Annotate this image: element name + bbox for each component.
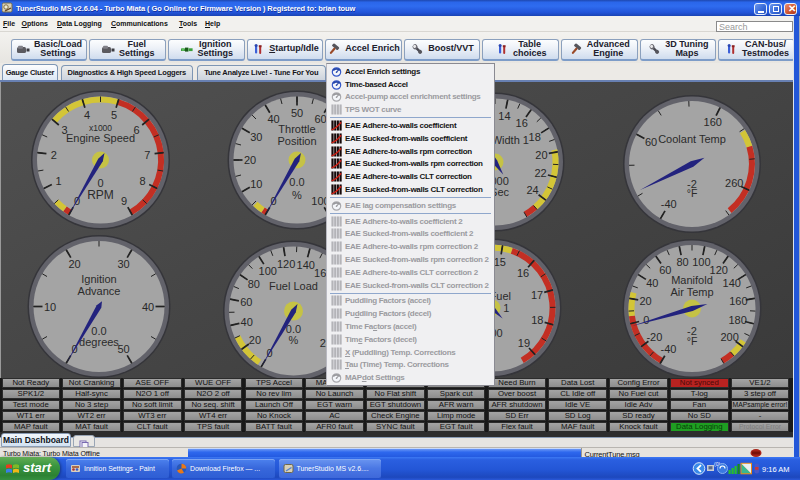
svg-text:60: 60 bbox=[645, 136, 657, 148]
svg-text:20: 20 bbox=[68, 258, 80, 270]
svg-text:°F: °F bbox=[687, 187, 698, 199]
svg-text:Ignition: Ignition bbox=[81, 273, 116, 285]
svg-text:9: 9 bbox=[121, 195, 127, 207]
svg-text:20: 20 bbox=[639, 295, 651, 307]
svg-text:180: 180 bbox=[728, 314, 746, 326]
svg-text:-20: -20 bbox=[646, 331, 662, 343]
svg-text:22: 22 bbox=[534, 167, 546, 179]
svg-text:-40: -40 bbox=[661, 343, 677, 355]
svg-text:200: 200 bbox=[720, 331, 738, 343]
svg-text:RPM: RPM bbox=[87, 188, 114, 202]
svg-text:8: 8 bbox=[139, 175, 145, 187]
svg-text:60: 60 bbox=[659, 264, 671, 276]
svg-text:10: 10 bbox=[250, 178, 262, 190]
svg-text:degrees: degrees bbox=[79, 336, 119, 348]
svg-text:Throttle: Throttle bbox=[278, 123, 315, 135]
svg-text:10: 10 bbox=[44, 301, 56, 313]
svg-text:°F: °F bbox=[687, 335, 698, 347]
svg-text:40: 40 bbox=[241, 316, 253, 328]
svg-text:2: 2 bbox=[51, 149, 57, 161]
svg-text:15: 15 bbox=[494, 256, 506, 268]
svg-text:260: 260 bbox=[725, 177, 743, 189]
svg-text:40: 40 bbox=[646, 277, 658, 289]
svg-text:20: 20 bbox=[249, 334, 261, 346]
svg-text:160: 160 bbox=[704, 116, 722, 128]
svg-text:Advance: Advance bbox=[78, 285, 121, 297]
svg-text:80: 80 bbox=[248, 278, 260, 290]
svg-text:20: 20 bbox=[535, 149, 547, 161]
svg-text:14: 14 bbox=[498, 110, 510, 122]
svg-text:20: 20 bbox=[244, 154, 256, 166]
svg-text:30: 30 bbox=[250, 131, 262, 143]
svg-text:Air Temp: Air Temp bbox=[670, 286, 713, 298]
svg-text:0.0: 0.0 bbox=[289, 176, 304, 188]
svg-text:18: 18 bbox=[529, 131, 541, 143]
svg-text:18: 18 bbox=[531, 314, 543, 326]
svg-text:60: 60 bbox=[240, 296, 252, 308]
svg-text:160: 160 bbox=[729, 295, 747, 307]
svg-text:100: 100 bbox=[259, 265, 277, 277]
svg-text:140: 140 bbox=[297, 259, 315, 271]
svg-text:0: 0 bbox=[643, 314, 649, 326]
svg-text:7: 7 bbox=[144, 149, 150, 161]
svg-text:16: 16 bbox=[516, 117, 528, 129]
svg-text:17: 17 bbox=[531, 289, 543, 301]
svg-text:100: 100 bbox=[692, 256, 710, 268]
svg-text:Fuel Load: Fuel Load bbox=[269, 280, 318, 292]
svg-text:Manifold: Manifold bbox=[671, 274, 713, 286]
svg-text:Engine Speed: Engine Speed bbox=[66, 132, 135, 144]
svg-text:Position: Position bbox=[277, 135, 316, 147]
svg-text:%: % bbox=[289, 334, 299, 346]
svg-text:40: 40 bbox=[142, 301, 154, 313]
svg-text:%: % bbox=[292, 189, 302, 201]
svg-text:140: 140 bbox=[723, 277, 741, 289]
svg-text:16: 16 bbox=[517, 267, 529, 279]
svg-text:50: 50 bbox=[117, 343, 129, 355]
svg-text:5: 5 bbox=[111, 109, 117, 121]
svg-text:Coolant Temp: Coolant Temp bbox=[658, 133, 726, 145]
svg-text:19: 19 bbox=[518, 337, 530, 349]
svg-text:-40: -40 bbox=[661, 198, 677, 210]
svg-text:60: 60 bbox=[314, 113, 326, 125]
svg-text:80: 80 bbox=[676, 256, 688, 268]
svg-text:30: 30 bbox=[117, 258, 129, 270]
svg-text:1: 1 bbox=[55, 175, 61, 187]
svg-text:4: 4 bbox=[84, 109, 90, 121]
svg-text:120: 120 bbox=[277, 258, 295, 270]
svg-text:24: 24 bbox=[526, 184, 538, 196]
svg-text:50: 50 bbox=[291, 107, 303, 119]
